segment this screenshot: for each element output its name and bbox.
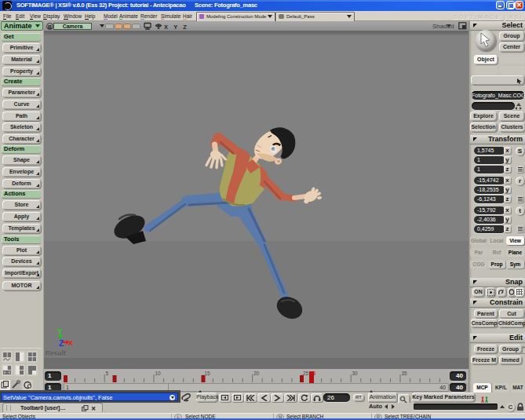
svg-text:Z: Z bbox=[59, 339, 64, 348]
svg-text:26: 26 bbox=[309, 371, 315, 376]
svg-text:35: 35 bbox=[402, 371, 408, 376]
svg-text:20: 20 bbox=[253, 371, 260, 376]
svg-text:Y: Y bbox=[57, 327, 62, 335]
svg-text:5: 5 bbox=[106, 371, 109, 376]
svg-text:X: X bbox=[68, 339, 73, 347]
svg-text:10: 10 bbox=[155, 371, 162, 376]
svg-text:30: 30 bbox=[352, 371, 359, 376]
svg-text:25: 25 bbox=[303, 371, 309, 376]
svg-text:15: 15 bbox=[205, 371, 211, 376]
